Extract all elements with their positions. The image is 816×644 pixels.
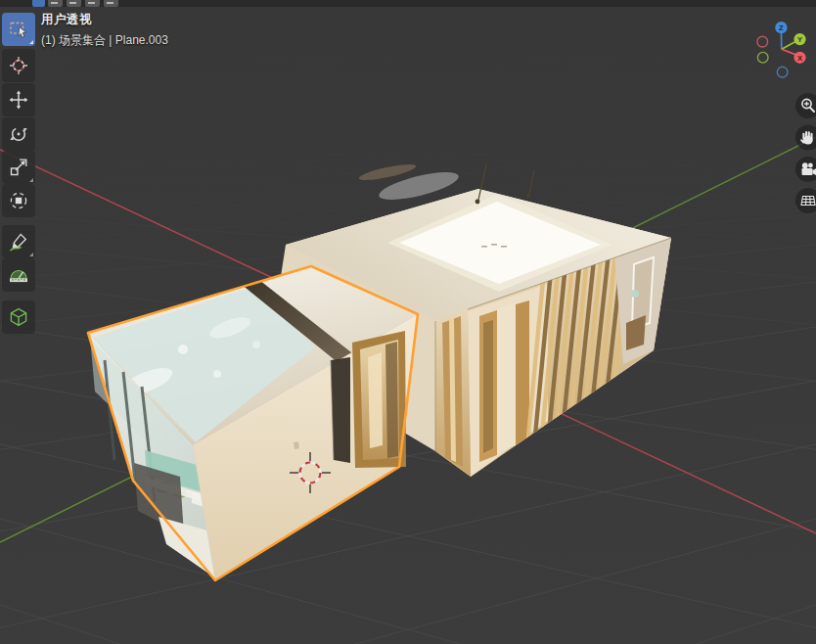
view-control-ortho[interactable] [795,188,816,213]
gizmo-minus-y-ball[interactable] [757,52,768,63]
view-control-zoom[interactable] [795,93,816,118]
tool-annotate[interactable] [2,225,35,258]
gizmo-y-label: Y [797,35,802,44]
pan-hand-icon [801,132,813,145]
header-mode-chip-2[interactable] [48,0,63,7]
add-cube-icon [8,306,29,328]
header-mode-chip-1[interactable] [32,0,45,7]
scale-icon [8,157,29,178]
tool-transform[interactable] [2,184,35,217]
tool-cursor-3d[interactable] [2,49,35,82]
tool-tweak-select[interactable] [2,13,35,46]
topbar [0,0,816,7]
tool-add-cube[interactable] [2,300,35,334]
gizmo-x-ball[interactable]: X [793,52,805,64]
gizmo-x-label: X [797,54,803,63]
blender-3d-viewport: 用户透视 (1) 场景集合 | Plane.003 Z Y X [0,0,816,644]
gizmo-z-ball[interactable]: Z [775,22,787,33]
gizmo-minus-x-ball[interactable] [757,36,768,47]
view-mode-label: 用户透视 [41,12,168,28]
header-mode-chip-3[interactable] [67,0,81,7]
annotate-icon [8,231,29,253]
gizmo-y-ball[interactable]: Y [793,33,805,45]
viewport-canvas[interactable] [0,0,816,644]
transform-icon [8,190,29,211]
measure-icon [8,264,29,286]
move-icon [8,89,29,111]
header-mode-chip-5[interactable] [104,0,118,7]
rotate-icon [8,123,29,145]
selection-path-label: (1) 场景集合 | Plane.003 [41,32,168,49]
tool-move[interactable] [2,83,35,116]
cursor-3d-icon [8,55,29,76]
tool-scale[interactable] [2,151,35,184]
view-control-camera[interactable] [795,157,816,182]
tool-measure[interactable] [2,258,35,292]
header-mode-chip-4[interactable] [85,0,100,7]
gizmo-z-label: Z [779,23,784,32]
view-controls [789,90,816,217]
gizmo-minus-z-ball[interactable] [777,67,788,77]
select-box-icon [8,19,29,40]
tool-rotate[interactable] [2,117,35,151]
tool-shelf [2,13,35,334]
navigation-gizmo[interactable]: Z Y X [739,15,816,98]
viewport-hud: 用户透视 (1) 场景集合 | Plane.003 [41,12,168,49]
view-control-pan[interactable] [795,125,816,151]
